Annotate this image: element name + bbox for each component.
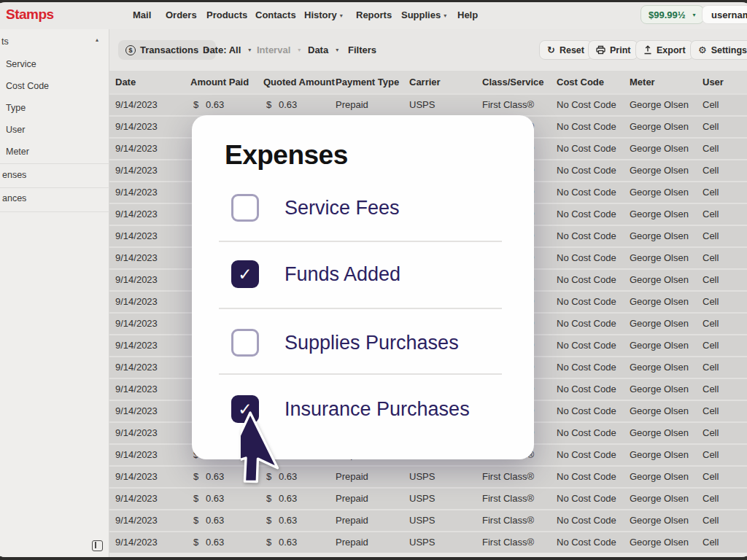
cell-cost_code: No Cost Code: [557, 270, 616, 290]
filters-button[interactable]: Filters: [348, 40, 376, 60]
table-row[interactable]: 9/14/2023$0.63$0.63PrepaidUSPSFirst Clas…: [109, 487, 747, 509]
nav-item-help[interactable]: Help: [457, 9, 478, 20]
cell-user: Cell: [703, 292, 719, 312]
option-label-supplies-purchases[interactable]: Supplies Purchases: [285, 329, 459, 357]
cell-quoted_amount-currency: $: [266, 532, 271, 553]
nav-item-history[interactable]: History▾: [304, 9, 343, 20]
reset-button[interactable]: ↻ Reset: [539, 40, 592, 60]
cell-user: Cell: [703, 532, 719, 553]
cell-amount_paid: 0.63: [206, 95, 224, 115]
top-nav: Stamps MailOrdersProductsContactsHistory…: [0, 2, 747, 29]
cell-user: Cell: [703, 182, 719, 203]
cell-cost_code: No Cost Code: [557, 357, 616, 378]
checkbox-insurance-purchases[interactable]: ✓: [231, 395, 259, 423]
column-header-payment_type[interactable]: Payment Type: [336, 71, 399, 93]
cell-date: 9/14/2023: [115, 335, 158, 356]
column-header-amount_paid[interactable]: Amount Paid: [190, 71, 249, 93]
chevron-up-icon[interactable]: ▴: [96, 36, 98, 43]
cell-cost_code: No Cost Code: [557, 204, 616, 225]
transactions-dropdown[interactable]: $ Transactions ▾: [118, 40, 216, 60]
cell-carrier: USPS: [409, 95, 435, 115]
nav-item-contacts[interactable]: Contacts: [255, 9, 296, 20]
cell-quoted_amount: 0.63: [279, 489, 297, 509]
column-header-carrier[interactable]: Carrier: [409, 71, 441, 93]
nav-item-reports[interactable]: Reports: [356, 9, 392, 20]
checkbox-service-fees[interactable]: [231, 194, 259, 222]
data-dropdown[interactable]: Data ▾: [308, 40, 338, 60]
sidebar-item-ts[interactable]: ts: [1, 36, 9, 47]
cell-meter: George Olsen: [630, 510, 689, 531]
app-window: Stamps MailOrdersProductsContactsHistory…: [0, 2, 747, 557]
cell-date: 9/14/2023: [115, 117, 158, 137]
nav-item-mail[interactable]: Mail: [133, 9, 151, 20]
cell-date: 9/14/2023: [115, 357, 158, 378]
option-label-insurance-purchases[interactable]: Insurance Purchases: [285, 395, 470, 423]
option-label-funds-added[interactable]: Funds Added: [285, 260, 400, 288]
cell-meter: George Olsen: [630, 160, 689, 181]
cell-cost_code: No Cost Code: [557, 117, 616, 137]
cell-user: Cell: [703, 445, 719, 465]
cell-meter: George Olsen: [630, 95, 689, 115]
checkbox-supplies-purchases[interactable]: [231, 329, 259, 357]
cell-user: Cell: [703, 139, 719, 159]
stamps-logo[interactable]: Stamps: [6, 7, 54, 23]
cell-user: Cell: [703, 401, 719, 421]
panel-collapse-icon[interactable]: [92, 540, 103, 551]
column-header-class_service[interactable]: Class/Service: [482, 71, 544, 93]
column-header-meter[interactable]: Meter: [630, 71, 655, 93]
cell-carrier: USPS: [409, 532, 435, 553]
date-filter-dropdown[interactable]: Date: All ▾: [203, 40, 251, 60]
gear-icon: ⚙: [698, 45, 707, 55]
cell-user: Cell: [703, 117, 719, 137]
sidebar-item-user[interactable]: User: [6, 125, 25, 135]
chevron-down-icon: ▾: [693, 12, 696, 18]
cell-amount_paid: 0.63: [206, 532, 224, 553]
cell-carrier: USPS: [409, 467, 435, 487]
sidebar-item-cost-code[interactable]: Cost Code: [6, 81, 49, 91]
cell-cost_code: No Cost Code: [557, 335, 616, 356]
table-row[interactable]: 9/14/2023$0.63$0.63PrepaidUSPSFirst Clas…: [109, 93, 747, 115]
nav-item-products[interactable]: Products: [206, 9, 247, 20]
nav-item-orders[interactable]: Orders: [166, 9, 197, 20]
column-header-cost_code[interactable]: Cost Code: [557, 71, 604, 93]
cell-amount_paid-currency: $: [193, 532, 198, 553]
column-header-user[interactable]: User: [703, 71, 724, 93]
cell-quoted_amount-currency: $: [266, 510, 271, 531]
chevron-down-icon: ▾: [336, 47, 338, 53]
column-header-quoted_amount[interactable]: Quoted Amount: [263, 71, 335, 93]
cell-carrier: USPS: [409, 489, 435, 509]
cell-meter: George Olsen: [630, 182, 689, 203]
print-button[interactable]: Print: [588, 40, 638, 60]
option-label-service-fees[interactable]: Service Fees: [285, 194, 400, 222]
interval-label: Interval: [257, 44, 290, 55]
cell-amount_paid-currency: $: [193, 95, 198, 115]
sidebar-item-ances[interactable]: ances: [2, 193, 26, 203]
cell-meter: George Olsen: [630, 445, 689, 465]
modal-divider: [219, 373, 502, 375]
sidebar-item-type[interactable]: Type: [6, 103, 26, 113]
cell-cost_code: No Cost Code: [557, 401, 616, 421]
nav-item-supplies[interactable]: Supplies▾: [401, 9, 446, 20]
username-button[interactable]: username: [702, 5, 747, 24]
cell-date: 9/14/2023: [115, 95, 158, 115]
balance-button[interactable]: $99.99½ ▾: [640, 5, 704, 24]
cell-quoted_amount-currency: $: [266, 95, 271, 115]
settings-button[interactable]: ⚙ Settings: [690, 40, 747, 60]
cell-date: 9/14/2023: [115, 292, 158, 312]
checkbox-funds-added[interactable]: ✓: [231, 260, 259, 288]
table-row[interactable]: 9/14/2023$0.63$0.63PrepaidUSPSFirst Clas…: [109, 465, 747, 487]
cell-class_service: First Class®: [482, 532, 534, 553]
expenses-modal: Expenses Service Fees✓Funds AddedSupplie…: [192, 115, 534, 459]
export-button[interactable]: Export: [635, 40, 694, 60]
cell-user: Cell: [703, 95, 719, 115]
sidebar-item-enses[interactable]: enses: [2, 170, 26, 180]
table-row[interactable]: 9/14/2023$0.63$0.63PrepaidUSPSFirst Clas…: [109, 509, 747, 531]
cell-user: Cell: [703, 248, 719, 268]
sidebar-item-service[interactable]: Service: [6, 59, 36, 69]
table-row[interactable]: 9/14/2023$0.63$0.63PrepaidUSPSFirst Clas…: [109, 531, 747, 553]
sidebar-item-meter[interactable]: Meter: [6, 147, 29, 157]
cell-user: Cell: [703, 510, 719, 531]
column-header-date[interactable]: Date: [115, 71, 136, 93]
chevron-down-icon: ▾: [444, 12, 446, 19]
refresh-icon: ↻: [547, 45, 555, 55]
